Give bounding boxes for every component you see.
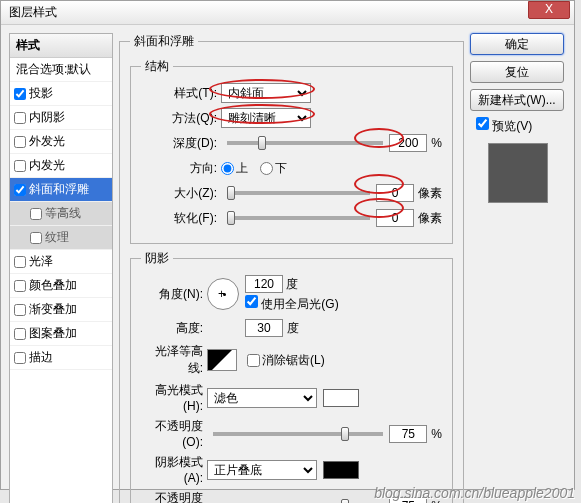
style-item-checkbox[interactable] xyxy=(14,352,26,364)
style-list: 样式 混合选项:默认 投影内阴影外发光内发光斜面和浮雕等高线纹理光泽颜色叠加渐变… xyxy=(9,33,113,503)
style-item-label: 斜面和浮雕 xyxy=(29,181,89,198)
dialog-window: 图层样式 X 样式 混合选项:默认 投影内阴影外发光内发光斜面和浮雕等高线纹理光… xyxy=(0,0,575,490)
style-item-checkbox[interactable] xyxy=(14,280,26,292)
ok-button[interactable]: 确定 xyxy=(470,33,564,55)
style-item-label: 图案叠加 xyxy=(29,325,77,342)
direction-label: 方向: xyxy=(141,160,221,177)
technique-select[interactable]: 雕刻清晰 xyxy=(221,108,311,128)
preview-checkbox[interactable] xyxy=(476,117,489,130)
hilite-mode-label: 高光模式(H): xyxy=(141,382,207,413)
style-item-label: 渐变叠加 xyxy=(29,301,77,318)
style-item-label: 光泽 xyxy=(29,253,53,270)
style-item-6[interactable]: 纹理 xyxy=(10,226,112,250)
style-item-label: 内发光 xyxy=(29,157,65,174)
style-item-label: 颜色叠加 xyxy=(29,277,77,294)
titlebar: 图层样式 X xyxy=(1,1,574,25)
bevel-legend: 斜面和浮雕 xyxy=(130,33,198,50)
side-buttons: 确定 复位 新建样式(W)... 预览(V) xyxy=(470,33,566,503)
bevel-fieldset: 斜面和浮雕 结构 样式(T): 内斜面 方法(Q): 雕刻清晰 深度(D): xyxy=(119,33,464,503)
style-item-checkbox[interactable] xyxy=(14,136,26,148)
style-item-checkbox[interactable] xyxy=(14,88,26,100)
style-item-11[interactable]: 描边 xyxy=(10,346,112,370)
style-item-7[interactable]: 光泽 xyxy=(10,250,112,274)
contour-picker[interactable] xyxy=(207,349,237,371)
structure-fieldset: 结构 样式(T): 内斜面 方法(Q): 雕刻清晰 深度(D): xyxy=(130,58,453,244)
preview-swatch xyxy=(488,143,548,203)
style-item-checkbox[interactable] xyxy=(14,160,26,172)
style-item-label: 投影 xyxy=(29,85,53,102)
shading-legend: 阴影 xyxy=(141,250,173,267)
soften-input[interactable] xyxy=(376,209,414,227)
hilite-opacity-label: 不透明度(O): xyxy=(141,418,207,449)
hilite-color-swatch[interactable] xyxy=(323,389,359,407)
style-item-checkbox[interactable] xyxy=(14,328,26,340)
depth-slider[interactable] xyxy=(227,141,383,145)
style-item-1[interactable]: 内阴影 xyxy=(10,106,112,130)
style-item-4[interactable]: 斜面和浮雕 xyxy=(10,178,112,202)
style-label: 样式(T): xyxy=(141,85,221,102)
shading-fieldset: 阴影 角度(N): + 度 使用全局光(G) 高度: 度 xyxy=(130,250,453,503)
shadow-mode-label: 阴影模式(A): xyxy=(141,454,207,485)
altitude-label: 高度: xyxy=(141,320,207,337)
style-item-5[interactable]: 等高线 xyxy=(10,202,112,226)
global-light-checkbox[interactable] xyxy=(245,295,258,308)
style-item-checkbox[interactable] xyxy=(14,256,26,268)
blend-options-row[interactable]: 混合选项:默认 xyxy=(10,58,112,82)
style-item-checkbox[interactable] xyxy=(30,232,42,244)
shadow-mode-select[interactable]: 正片叠底 xyxy=(207,460,317,480)
angle-input[interactable] xyxy=(245,275,283,293)
hilite-opacity-input[interactable] xyxy=(389,425,427,443)
size-label: 大小(Z): xyxy=(141,185,221,202)
style-item-label: 等高线 xyxy=(45,205,81,222)
size-slider[interactable] xyxy=(227,191,370,195)
watermark: blog.sina.com.cn/blueapple2001 xyxy=(374,485,575,501)
direction-down-radio[interactable] xyxy=(260,162,273,175)
close-icon: X xyxy=(545,2,553,16)
structure-legend: 结构 xyxy=(141,58,173,75)
style-select[interactable]: 内斜面 xyxy=(221,83,311,103)
direction-up-radio[interactable] xyxy=(221,162,234,175)
shadow-color-swatch[interactable] xyxy=(323,461,359,479)
altitude-input[interactable] xyxy=(245,319,283,337)
style-list-header: 样式 xyxy=(10,34,112,58)
style-item-label: 纹理 xyxy=(45,229,69,246)
style-item-10[interactable]: 图案叠加 xyxy=(10,322,112,346)
antialias-checkbox[interactable] xyxy=(247,354,260,367)
style-item-label: 描边 xyxy=(29,349,53,366)
close-button[interactable]: X xyxy=(528,1,570,19)
new-style-button[interactable]: 新建样式(W)... xyxy=(470,89,564,111)
depth-label: 深度(D): xyxy=(141,135,221,152)
style-item-label: 内阴影 xyxy=(29,109,65,126)
angle-dial[interactable]: + xyxy=(207,278,239,310)
style-item-3[interactable]: 内发光 xyxy=(10,154,112,178)
soften-slider[interactable] xyxy=(227,216,370,220)
style-item-checkbox[interactable] xyxy=(14,112,26,124)
angle-label: 角度(N): xyxy=(141,286,207,303)
style-item-9[interactable]: 渐变叠加 xyxy=(10,298,112,322)
hilite-mode-select[interactable]: 滤色 xyxy=(207,388,317,408)
technique-label: 方法(Q): xyxy=(141,110,221,127)
size-input[interactable] xyxy=(376,184,414,202)
window-title: 图层样式 xyxy=(9,4,57,21)
cancel-button[interactable]: 复位 xyxy=(470,61,564,83)
soften-label: 软化(F): xyxy=(141,210,221,227)
style-item-2[interactable]: 外发光 xyxy=(10,130,112,154)
style-item-checkbox[interactable] xyxy=(30,208,42,220)
contour-label: 光泽等高线: xyxy=(141,343,207,377)
hilite-opacity-slider[interactable] xyxy=(213,432,383,436)
style-item-checkbox[interactable] xyxy=(14,304,26,316)
style-item-checkbox[interactable] xyxy=(14,184,26,196)
style-item-0[interactable]: 投影 xyxy=(10,82,112,106)
shadow-opacity-label: 不透明度(C): xyxy=(141,490,207,503)
style-item-label: 外发光 xyxy=(29,133,65,150)
depth-input[interactable] xyxy=(389,134,427,152)
style-item-8[interactable]: 颜色叠加 xyxy=(10,274,112,298)
main-panel: 斜面和浮雕 结构 样式(T): 内斜面 方法(Q): 雕刻清晰 深度(D): xyxy=(119,33,464,503)
